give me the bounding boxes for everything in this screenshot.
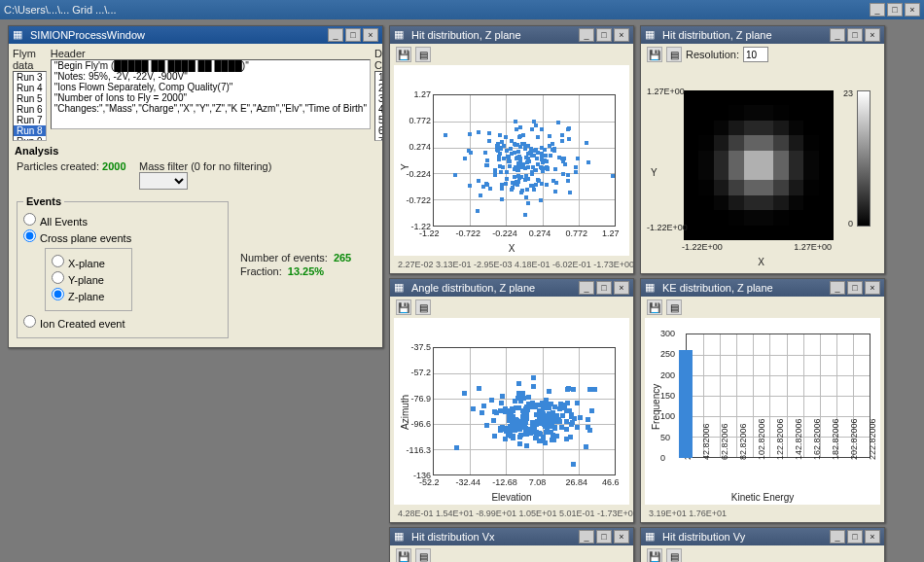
colorbar-max: 23: [843, 88, 853, 98]
list-item[interactable]: "Number of Ions to Fly = 2000": [52, 92, 370, 103]
window-icon: ▦: [645, 28, 658, 42]
mass-filter-select[interactable]: [139, 172, 188, 190]
list-item[interactable]: 6 : Y: [375, 125, 382, 136]
hit-vy-titlebar[interactable]: ▦ Hit distribution Vy _□×: [641, 528, 884, 545]
header-list[interactable]: "Begin Fly'm (█████ ██ ████ ██ ████)""No…: [51, 59, 371, 129]
window-icon: ▦: [394, 281, 408, 295]
list-item[interactable]: Run 6: [14, 104, 46, 115]
app-minimize-button[interactable]: _: [870, 3, 885, 17]
config-icon[interactable]: ▤: [415, 548, 431, 562]
ke-z-titlebar[interactable]: ▦ KE distribution, Z plane _□×: [641, 279, 884, 297]
list-item[interactable]: Run 5: [14, 93, 46, 104]
minimize-button[interactable]: _: [579, 530, 594, 544]
config-icon[interactable]: ▤: [415, 299, 431, 315]
minimize-button[interactable]: _: [328, 28, 343, 42]
config-icon[interactable]: ▤: [666, 47, 682, 62]
resolution-label: Resolution:: [686, 49, 739, 60]
minimize-button[interactable]: _: [579, 281, 594, 295]
maximize-button[interactable]: □: [345, 28, 361, 42]
tick-label: 26.84: [565, 477, 587, 487]
tick-label: -96.6: [410, 419, 431, 429]
z-plane-radio[interactable]: Z-plane: [52, 288, 125, 302]
list-item[interactable]: "Notes: 95%, -2V, -22V, -900V": [52, 71, 370, 82]
window-icon: ▦: [13, 28, 26, 42]
minimize-button[interactable]: _: [830, 28, 845, 42]
config-icon[interactable]: ▤: [666, 548, 682, 562]
config-icon[interactable]: ▤: [666, 299, 682, 315]
angle-z-stats: 4.28E-01 1.54E+01 -8.99E+01 1.05E+01 5.0…: [392, 507, 631, 520]
list-item[interactable]: Run 8: [14, 125, 46, 136]
maximize-button[interactable]: □: [847, 281, 863, 295]
hit-vx-titlebar[interactable]: ▦ Hit distribution Vx _□×: [390, 528, 633, 545]
close-button[interactable]: ×: [865, 28, 880, 42]
close-button[interactable]: ×: [363, 28, 378, 42]
number-of-events-label: Number of events:: [240, 252, 328, 263]
process-window-titlebar[interactable]: ▦ SIMIONProcessWindow _ □ ×: [9, 26, 382, 44]
list-item[interactable]: "Ions Flown Separately, Comp Quality(7)": [52, 82, 370, 92]
app-title: C:\Users\...\... Grid ...\...: [4, 4, 870, 16]
config-icon[interactable]: ▤: [415, 47, 431, 62]
save-icon[interactable]: 💾: [396, 299, 411, 315]
ion-created-event-label: Ion Created event: [40, 318, 124, 330]
close-button[interactable]: ×: [614, 281, 629, 295]
tick-label: 300: [660, 329, 675, 338]
list-item[interactable]: Run 4: [14, 83, 46, 93]
tick-label: 150: [660, 391, 675, 401]
minimize-button[interactable]: _: [579, 28, 594, 42]
close-button[interactable]: ×: [614, 28, 629, 42]
hit-vx-title: Hit distribution Vx: [411, 531, 579, 543]
save-icon[interactable]: 💾: [396, 548, 411, 562]
heat-z-titlebar[interactable]: ▦ Hit distribution, Z plane _□×: [641, 26, 884, 44]
tick-label: 200: [660, 370, 675, 380]
angle-z-titlebar[interactable]: ▦ Angle distribution, Z plane _□×: [390, 279, 633, 297]
save-icon[interactable]: 💾: [647, 299, 662, 315]
list-item[interactable]: Run 9: [14, 136, 46, 141]
cross-plane-events-radio[interactable]: Cross plane events: [23, 229, 222, 244]
minimize-button[interactable]: _: [830, 530, 845, 544]
maximize-button[interactable]: □: [596, 28, 612, 42]
data-columns-list[interactable]: 1 : Events2 : TOF3 : Mass4 : Charge5 : X…: [374, 71, 382, 141]
maximize-button[interactable]: □: [596, 530, 612, 544]
tick-label: 0.772: [409, 116, 431, 125]
colorbar: [857, 90, 871, 227]
heat-z-title: Hit distribution, Z plane: [662, 29, 830, 41]
save-icon[interactable]: 💾: [647, 47, 662, 62]
list-item[interactable]: 1 : Events: [375, 72, 382, 83]
list-item[interactable]: Run 3: [14, 72, 46, 83]
app-maximize-button[interactable]: □: [887, 3, 903, 17]
maximize-button[interactable]: □: [596, 281, 612, 295]
app-close-button[interactable]: ×: [905, 3, 920, 17]
y-plane-radio[interactable]: Y-plane: [52, 271, 125, 286]
save-icon[interactable]: 💾: [647, 548, 662, 562]
window-icon: ▦: [645, 281, 658, 295]
maximize-button[interactable]: □: [847, 530, 863, 544]
resolution-input[interactable]: [743, 47, 768, 62]
analysis-heading: Analysis: [15, 145, 376, 157]
x-plane-radio[interactable]: X-plane: [52, 255, 125, 269]
window-icon: ▦: [645, 530, 658, 544]
minimize-button[interactable]: _: [830, 281, 845, 295]
list-item[interactable]: Run 7: [14, 115, 46, 125]
tick-label: -116.3: [406, 445, 431, 455]
hit-z-titlebar[interactable]: ▦ Hit distribution, Z plane _□×: [390, 26, 633, 44]
list-item[interactable]: 4 : Charge: [375, 104, 382, 115]
list-item[interactable]: "Begin Fly'm (█████ ██ ████ ██ ████)": [52, 60, 370, 71]
list-item[interactable]: "Changes:","Mass","Charge","X","Y","Z","…: [52, 103, 370, 114]
close-button[interactable]: ×: [865, 530, 880, 544]
close-button[interactable]: ×: [865, 281, 880, 295]
all-events-radio[interactable]: All Events: [23, 213, 222, 228]
number-of-events-value: 265: [334, 252, 351, 263]
save-icon[interactable]: 💾: [396, 47, 411, 62]
data-columns-label: Data Columns: [374, 48, 382, 71]
hit-z-plot: X Y 1.270.7720.274-0.224-0.722-1.22-1.22…: [394, 65, 629, 256]
tick-label: 50: [660, 433, 670, 442]
list-item[interactable]: 2 : TOF: [375, 83, 382, 93]
close-button[interactable]: ×: [614, 530, 629, 544]
list-item[interactable]: 7 : Z: [375, 136, 382, 141]
list-item[interactable]: 5 : X: [375, 115, 382, 125]
list-item[interactable]: 3 : Mass: [375, 93, 382, 104]
tick-label: 7.08: [529, 477, 547, 487]
maximize-button[interactable]: □: [847, 28, 863, 42]
flym-data-list[interactable]: Run 3Run 4Run 5Run 6Run 7Run 8Run 9: [13, 71, 47, 141]
ion-created-event-radio[interactable]: Ion Created event: [23, 315, 222, 330]
